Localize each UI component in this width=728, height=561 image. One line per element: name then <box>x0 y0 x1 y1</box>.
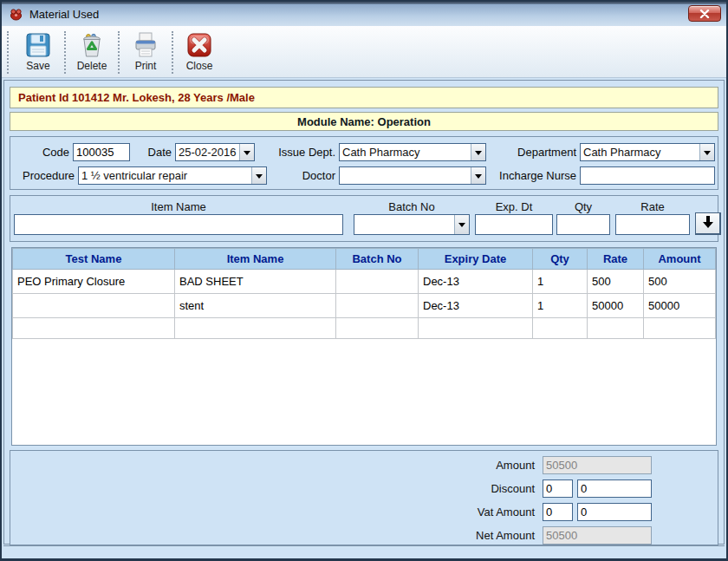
net-amount-label: Net Amount <box>10 529 535 542</box>
grid-cell[interactable]: Dec-13 <box>419 270 533 294</box>
grid-cell[interactable]: BAD SHEET <box>175 270 336 294</box>
table-row[interactable]: stent Dec-13 1 50000 50000 <box>13 294 716 318</box>
net-amount-input <box>543 526 652 545</box>
titlebar-close-button[interactable] <box>688 5 721 22</box>
print-button[interactable]: Print <box>122 28 169 77</box>
doctor-dropdown[interactable] <box>339 166 486 185</box>
recycle-bin-icon <box>78 31 106 59</box>
material-used-window: Material Used Save <box>0 0 728 561</box>
grid-cell[interactable] <box>336 294 419 318</box>
grid-cell[interactable] <box>588 318 644 339</box>
grid-cell[interactable] <box>175 318 336 339</box>
save-button[interactable]: Save <box>15 28 62 77</box>
date-value: 25-02-2016 <box>176 144 239 160</box>
delete-button-label: Delete <box>77 60 107 72</box>
grid-cell[interactable] <box>644 318 716 339</box>
grid-cell[interactable]: 500 <box>644 270 716 294</box>
titlebar: Material Used <box>2 2 726 26</box>
grid-cell[interactable]: 1 <box>533 270 588 294</box>
printer-icon <box>132 31 159 59</box>
grid-cell[interactable]: stent <box>175 294 336 318</box>
grid-cell[interactable]: 1 <box>533 294 588 318</box>
code-input[interactable] <box>73 143 130 161</box>
items-grid-panel: Test Name Item Name Batch No Expiry Date… <box>11 247 717 446</box>
toolbar-grip <box>7 31 10 74</box>
grid-cell[interactable] <box>13 294 175 318</box>
grid-cell[interactable] <box>533 318 588 339</box>
discount-label: Discount <box>10 482 535 495</box>
toolbar: Save Delete <box>2 26 726 78</box>
grid-cell[interactable] <box>13 318 175 339</box>
procedure-dropdown[interactable]: 1 ½ ventricular repair <box>78 166 267 185</box>
down-arrow-icon <box>702 215 714 232</box>
patient-banner-text: Patient Id 101412 Mr. Lokesh, 28 Years /… <box>18 91 255 104</box>
grid-cell[interactable] <box>419 318 533 339</box>
item-name-input[interactable] <box>14 214 343 235</box>
incharge-nurse-label: Incharge Nurse <box>485 169 576 182</box>
grid-cell[interactable]: 50000 <box>644 294 716 318</box>
procedure-label: Procedure <box>17 169 75 182</box>
amount-total-input <box>543 456 652 474</box>
procedure-value: 1 ½ ventricular repair <box>79 167 251 184</box>
chevron-down-icon[interactable] <box>471 167 485 184</box>
department-value: Cath Pharmacy <box>581 144 699 160</box>
grid-cell[interactable]: PEO Primary Closure <box>13 270 175 294</box>
toolbar-separator <box>118 31 120 74</box>
grid-cell[interactable]: 500 <box>588 270 644 294</box>
patient-banner: Patient Id 101412 Mr. Lokesh, 28 Years /… <box>10 87 718 108</box>
delete-button[interactable]: Delete <box>68 28 115 77</box>
item-name-label: Item Name <box>14 200 343 213</box>
chevron-down-icon[interactable] <box>454 215 469 234</box>
date-label: Date <box>123 146 172 159</box>
close-button-label: Close <box>186 60 213 72</box>
incharge-nurse-input[interactable] <box>580 166 715 185</box>
table-row[interactable]: PEO Primary Closure BAD SHEET Dec-13 1 5… <box>13 270 716 294</box>
add-item-button[interactable] <box>695 212 721 235</box>
doctor-label: Doctor <box>275 169 335 182</box>
grid-cell[interactable] <box>336 270 419 294</box>
issue-dept-label: Issue Dept. <box>266 146 335 159</box>
grid-cell[interactable] <box>336 318 419 339</box>
window-title: Material Used <box>29 8 99 21</box>
close-button[interactable]: Close <box>176 28 223 77</box>
vat-percent-input[interactable] <box>543 503 573 521</box>
module-banner-text: Module Name: Operation <box>297 115 431 128</box>
chevron-down-icon[interactable] <box>251 167 266 184</box>
grid-header-row: Test Name Item Name Batch No Expiry Date… <box>13 249 716 270</box>
col-expiry-date: Expiry Date <box>419 249 533 270</box>
toolbar-separator <box>172 31 173 74</box>
discount-amount-input[interactable] <box>577 479 652 498</box>
grid-cell[interactable]: Dec-13 <box>419 294 533 318</box>
col-test-name: Test Name <box>13 249 175 270</box>
batch-no-value <box>354 215 454 234</box>
chevron-down-icon[interactable] <box>239 144 254 160</box>
item-entry-panel: Item Name Batch No Exp. Dt Qty Rate <box>10 195 718 242</box>
totals-panel: Amount Discount Vat Amount Net Amount <box>10 450 718 545</box>
exp-dt-input[interactable] <box>475 214 553 235</box>
col-qty: Qty <box>533 249 588 270</box>
chevron-down-icon[interactable] <box>699 144 714 160</box>
rate-input[interactable] <box>615 214 690 235</box>
vat-amount-input[interactable] <box>577 503 652 521</box>
amount-label: Amount <box>10 459 535 472</box>
grid-cell[interactable]: 50000 <box>588 294 644 318</box>
department-dropdown[interactable]: Cath Pharmacy <box>580 143 715 161</box>
vat-amount-label: Vat Amount <box>10 506 535 519</box>
chevron-down-icon[interactable] <box>471 144 485 160</box>
issue-dept-dropdown[interactable]: Cath Pharmacy <box>339 143 486 161</box>
qty-label: Qty <box>556 200 610 213</box>
form-panel: Code Date 25-02-2016 Issue Dept. Cath Ph… <box>10 136 718 190</box>
date-dropdown[interactable]: 25-02-2016 <box>175 143 255 161</box>
col-rate: Rate <box>588 249 644 270</box>
app-icon <box>9 7 23 22</box>
col-item-name: Item Name <box>175 249 336 270</box>
module-banner: Module Name: Operation <box>10 112 718 131</box>
batch-no-dropdown[interactable] <box>354 214 470 235</box>
items-grid: Test Name Item Name Batch No Expiry Date… <box>12 248 716 339</box>
qty-input[interactable] <box>556 214 610 235</box>
col-batch-no: Batch No <box>336 249 419 270</box>
col-amount: Amount <box>644 249 716 270</box>
exp-dt-label: Exp. Dt <box>475 200 553 213</box>
table-row[interactable] <box>13 318 716 339</box>
discount-percent-input[interactable] <box>543 479 573 498</box>
